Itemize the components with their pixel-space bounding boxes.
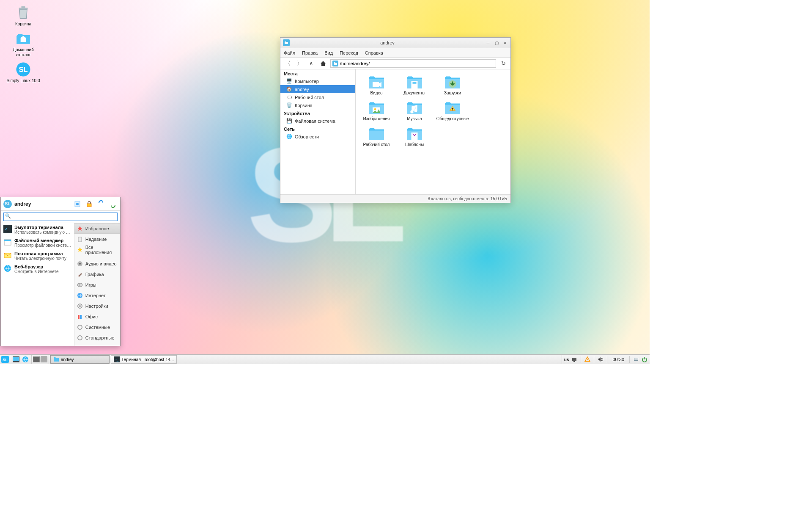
svg-text:SL: SL	[19, 66, 27, 73]
power-tray-icon[interactable]	[642, 356, 647, 362]
folder-icon	[405, 126, 424, 141]
folder-label: Рабочий стол	[363, 142, 390, 147]
sidebar-item-computer[interactable]: 🖥️Компьютер	[280, 77, 355, 85]
maximize-button[interactable]: ▢	[494, 40, 499, 46]
svg-rect-44	[587, 359, 588, 360]
category-net[interactable]: Интернет	[74, 290, 120, 301]
home-button[interactable]	[318, 59, 328, 68]
folder-icon	[283, 39, 290, 46]
workspace-2[interactable]	[41, 356, 47, 362]
sidebar-item-filesystem[interactable]: 💾Файловая система	[280, 117, 355, 125]
system-icon	[77, 324, 83, 330]
menu-edit[interactable]: Правка	[302, 50, 318, 55]
svg-text:SL: SL	[3, 358, 8, 362]
folder-icon	[405, 75, 424, 90]
volume-tray-icon[interactable]	[598, 356, 604, 362]
system-tray: us 00:30	[562, 355, 650, 364]
workspace-1[interactable]	[33, 356, 40, 362]
category-office[interactable]: Офис	[74, 311, 120, 322]
svg-point-30	[79, 305, 81, 307]
path-text: /home/andrey/	[340, 61, 370, 66]
menu-help[interactable]: Справка	[365, 50, 383, 55]
favorite-item[interactable]: >_Эмулятор терминалаИспользовать командн…	[1, 223, 74, 236]
show-desktop-button[interactable]	[11, 355, 21, 364]
favorite-item[interactable]: Веб-браузерСмотреть в Интернете	[1, 262, 74, 276]
svg-rect-45	[587, 361, 588, 361]
net-icon	[77, 293, 83, 298]
network-tray-icon[interactable]	[571, 356, 577, 362]
back-button[interactable]: 〈	[283, 59, 292, 68]
sidebar-item-home[interactable]: 🏠andrey	[280, 85, 355, 93]
sidebar-item-desktop[interactable]: 🖵Рабочий стол	[280, 93, 355, 101]
sidebar-item-network[interactable]: 🌐Обзор сети	[280, 133, 355, 141]
folder-item[interactable]: Видео	[359, 73, 394, 97]
category-recent[interactable]: Недавние	[74, 234, 120, 244]
favorite-subtitle: Использовать командную ст...	[14, 230, 71, 235]
desktop-icon-home[interactable]: Домашний каталог	[6, 30, 40, 58]
web-browser-launcher[interactable]	[21, 355, 30, 364]
clock[interactable]: 00:30	[611, 357, 626, 362]
category-star[interactable]: Все приложения	[74, 244, 120, 255]
desktop-icon-trash[interactable]: Корзина	[6, 4, 40, 27]
category-star-plus[interactable]: Избранное	[74, 223, 120, 234]
folder-item[interactable]: Документы	[397, 73, 432, 97]
desktop-icon-simply-linux[interactable]: SL Simply Linux 10.0	[6, 61, 40, 83]
menu-file[interactable]: Файл	[284, 50, 295, 55]
search-input[interactable]	[3, 213, 118, 221]
folder-label: Изображения	[363, 116, 390, 121]
folder-item[interactable]: Музыка	[397, 99, 432, 123]
category-system[interactable]: Системные	[74, 322, 120, 332]
folder-item[interactable]: Рабочий стол	[359, 124, 394, 149]
folder-item[interactable]: Общедоступные	[435, 99, 470, 123]
svg-rect-31	[78, 315, 80, 319]
taskbar-task[interactable]: >_Терминал - root@host-14...	[111, 355, 177, 364]
folder-icon	[367, 126, 386, 141]
notification-tray-icon[interactable]	[633, 356, 639, 362]
folder-view[interactable]: ВидеоДокументыЗагрузкиИзображенияМузыкаО…	[356, 69, 510, 194]
switch-user-button[interactable]	[96, 199, 106, 209]
start-menu-button[interactable]: SL	[0, 355, 10, 364]
close-button[interactable]: ✕	[502, 40, 508, 46]
up-button[interactable]: ∧	[307, 59, 316, 68]
lock-button[interactable]	[85, 199, 94, 209]
minimize-button[interactable]: ─	[485, 40, 491, 46]
svg-point-25	[79, 263, 81, 265]
favorite-item[interactable]: Файловый менеджерПросмотр файловой систе…	[1, 236, 74, 249]
taskbar: SL andrey>_Терминал - root@host-14... us…	[0, 354, 650, 364]
status-bar: 8 каталогов, свободного места: 15,0 ГиБ	[280, 194, 510, 203]
taskbar-task[interactable]: andrey	[50, 355, 110, 364]
svg-point-15	[76, 203, 79, 205]
settings-button[interactable]	[73, 199, 82, 209]
reload-button[interactable]: ↻	[499, 59, 508, 68]
menu-view[interactable]: Вид	[324, 50, 333, 55]
favorite-title: Почтовая программа	[14, 251, 71, 256]
favorite-item[interactable]: Почтовая программаЧитать электронную поч…	[1, 249, 74, 262]
folder-icon	[367, 100, 386, 116]
desktop-icon-label: Simply Linux 10.0	[7, 78, 40, 83]
logout-button[interactable]	[108, 199, 118, 209]
sidebar-heading-network: Сеть	[280, 125, 355, 133]
toolbar: 〈 〉 ∧ /home/andrey/ ↻	[280, 58, 510, 69]
category-label: Офис	[85, 314, 98, 319]
forward-button[interactable]: 〉	[295, 59, 304, 68]
category-av[interactable]: Аудио и видео	[74, 258, 120, 269]
sidebar-item-trash[interactable]: 🗑️Корзина	[280, 101, 355, 109]
terminal-icon: >_	[114, 356, 120, 362]
category-std[interactable]: Стандартные	[74, 332, 120, 343]
folder-item[interactable]: Загрузки	[435, 73, 470, 97]
folder-item[interactable]: Шаблоны	[397, 124, 432, 149]
path-input[interactable]: /home/andrey/	[330, 59, 496, 68]
category-settings[interactable]: Настройки	[74, 301, 120, 311]
window-titlebar[interactable]: andrey ─ ▢ ✕	[280, 38, 510, 48]
svg-rect-32	[80, 315, 82, 319]
file-manager-body: Места 🖥️Компьютер 🏠andrey 🖵Рабочий стол …	[280, 69, 510, 194]
category-games[interactable]: Игры	[74, 279, 120, 290]
menu-go[interactable]: Переход	[340, 50, 358, 55]
folder-item[interactable]: Изображения	[359, 99, 394, 123]
svg-point-12	[452, 109, 453, 110]
trash-icon	[15, 4, 32, 21]
category-gfx[interactable]: Графика	[74, 269, 120, 279]
warning-tray-icon[interactable]	[584, 356, 590, 362]
keyboard-layout-indicator[interactable]: us	[564, 357, 569, 362]
svg-rect-43	[573, 361, 575, 362]
